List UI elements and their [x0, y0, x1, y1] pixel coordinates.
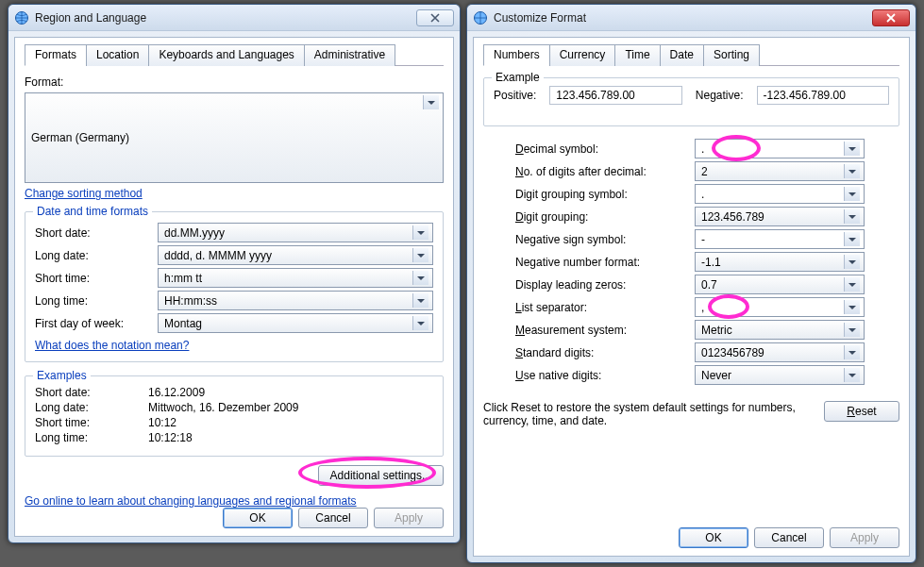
measure-combo[interactable]: Metric	[695, 320, 865, 340]
neg-sign-value: -	[701, 233, 705, 246]
tab-keyboards[interactable]: Keyboards and Languages	[148, 44, 304, 66]
apply-button[interactable]: Apply	[374, 508, 444, 528]
neg-sign-combo[interactable]: -	[695, 229, 865, 249]
format-value: German (Germany)	[31, 131, 129, 144]
notation-link[interactable]: What does the notation mean?	[35, 339, 189, 352]
tab-location[interactable]: Location	[86, 44, 149, 66]
online-link[interactable]: Go online to learn about changing langua…	[25, 494, 357, 508]
long-time-value: HH:mm:ss	[164, 294, 217, 308]
window-title: Customize Format	[494, 11, 872, 25]
lead-zero-label: Display leading zeros:	[515, 278, 695, 292]
customize-format-window: Customize Format Numbers Currency Time D…	[466, 4, 916, 563]
neg-format-value: -1.1	[701, 256, 721, 269]
measure-value: Metric	[701, 324, 732, 337]
short-date-label: Short date:	[35, 226, 158, 240]
cancel-button[interactable]: Cancel	[298, 508, 368, 528]
short-date-combo[interactable]: dd.MM.yyyy	[158, 223, 433, 242]
grouping-combo[interactable]: 123.456.789	[695, 207, 865, 226]
titlebar[interactable]: Region and Language	[8, 5, 460, 31]
globe-icon	[14, 10, 29, 25]
number-settings: Decimal symbol: . No. of digits after de…	[483, 132, 899, 388]
tabstrip: Formats Location Keyboards and Languages…	[25, 43, 444, 66]
native-digits-value: Never	[701, 369, 731, 382]
grouping-label: Digit grouping:	[515, 210, 695, 224]
grouping-symbol-value: .	[701, 188, 704, 201]
tab-formats[interactable]: Formats	[25, 44, 87, 66]
ok-button[interactable]: OK	[223, 508, 293, 528]
tab-numbers[interactable]: Numbers	[483, 44, 550, 66]
grouping-symbol-combo[interactable]: .	[695, 184, 865, 204]
digits-after-value: 2	[701, 165, 708, 178]
native-digits-combo[interactable]: Never	[695, 365, 865, 385]
neg-format-combo[interactable]: -1.1	[695, 252, 865, 272]
window-title: Region and Language	[35, 11, 416, 25]
short-time-combo[interactable]: h:mm tt	[158, 268, 433, 288]
examples-group: Examples Short date:16.12.2009 Long date…	[25, 375, 444, 457]
decimal-symbol-label: Decimal symbol:	[515, 142, 695, 156]
close-button[interactable]	[872, 9, 910, 26]
neg-sign-label: Negative sign symbol:	[515, 233, 695, 246]
lead-zero-combo[interactable]: 0.7	[695, 275, 865, 294]
decimal-symbol-combo[interactable]: .	[695, 139, 865, 158]
list-sep-value: ,	[701, 301, 704, 314]
example-title: Example	[492, 71, 544, 84]
tab-sorting[interactable]: Sorting	[703, 44, 760, 66]
sorting-link[interactable]: Change sorting method	[25, 187, 143, 200]
long-date-label: Long date:	[35, 249, 158, 262]
reset-text: Click Reset to restore the system defaul…	[483, 401, 813, 427]
group-title: Date and time formats	[33, 205, 152, 218]
tabstrip: Numbers Currency Time Date Sorting	[483, 43, 899, 66]
format-combo[interactable]: German (Germany)	[25, 92, 444, 183]
reset-button[interactable]: Reset	[824, 401, 899, 422]
tab-date[interactable]: Date	[660, 44, 704, 66]
date-time-formats-group: Date and time formats Short date: dd.MM.…	[25, 211, 444, 362]
tab-administrative[interactable]: Administrative	[304, 44, 395, 66]
ex-long-date-label: Long date:	[35, 401, 148, 414]
std-digits-value: 0123456789	[701, 346, 764, 359]
list-sep-combo[interactable]: ,	[695, 297, 865, 317]
first-day-combo[interactable]: Montag	[158, 313, 433, 333]
ex-short-time-label: Short time:	[35, 416, 148, 429]
short-time-label: Short time:	[35, 272, 158, 285]
ex-long-date-value: Mittwoch, 16. Dezember 2009	[148, 401, 433, 414]
digits-after-label: No. of digits after decimal:	[515, 165, 695, 178]
ex-short-time-value: 10:12	[148, 416, 433, 429]
globe-icon	[473, 10, 488, 25]
region-language-window: Region and Language Formats Location Key…	[8, 4, 461, 543]
long-date-combo[interactable]: dddd, d. MMMM yyyy	[158, 245, 433, 265]
neg-format-label: Negative number format:	[515, 256, 695, 269]
std-digits-label: Standard digits:	[515, 346, 695, 359]
tab-time[interactable]: Time	[614, 44, 660, 66]
negative-value: -123.456.789.00	[757, 86, 889, 105]
digits-after-combo[interactable]: 2	[695, 161, 865, 181]
client-area: Formats Location Keyboards and Languages…	[14, 37, 454, 537]
apply-button[interactable]: Apply	[830, 527, 899, 548]
negative-label: Negative:	[696, 89, 744, 102]
additional-settings-button[interactable]: Additional settings...	[318, 465, 444, 486]
lead-zero-value: 0.7	[701, 278, 717, 292]
measure-label: Measurement system:	[515, 324, 695, 337]
titlebar[interactable]: Customize Format	[467, 5, 916, 31]
positive-value: 123.456.789.00	[549, 86, 681, 105]
std-digits-combo[interactable]: 0123456789	[695, 342, 865, 362]
format-label: Format:	[25, 75, 444, 89]
ex-short-date-label: Short date:	[35, 386, 148, 399]
positive-label: Positive:	[494, 89, 536, 102]
long-time-combo[interactable]: HH:mm:ss	[158, 291, 433, 310]
example-group: Example Positive: 123.456.789.00 Negativ…	[483, 77, 899, 126]
ex-long-time-value: 10:12:18	[148, 431, 433, 444]
ok-button[interactable]: OK	[679, 527, 748, 548]
decimal-symbol-value: .	[701, 142, 704, 156]
tab-currency[interactable]: Currency	[549, 44, 616, 66]
ex-long-time-label: Long time:	[35, 431, 148, 444]
short-time-value: h:mm tt	[164, 272, 202, 285]
cancel-button[interactable]: Cancel	[754, 527, 824, 548]
long-time-label: Long time:	[35, 294, 158, 308]
examples-title: Examples	[33, 369, 91, 382]
native-digits-label: Use native digits:	[515, 369, 695, 382]
short-date-value: dd.MM.yyyy	[164, 226, 225, 240]
first-day-label: First day of week:	[35, 317, 158, 330]
long-date-value: dddd, d. MMMM yyyy	[164, 249, 272, 262]
close-button[interactable]	[416, 9, 454, 26]
list-sep-label: List separator:	[515, 301, 695, 314]
